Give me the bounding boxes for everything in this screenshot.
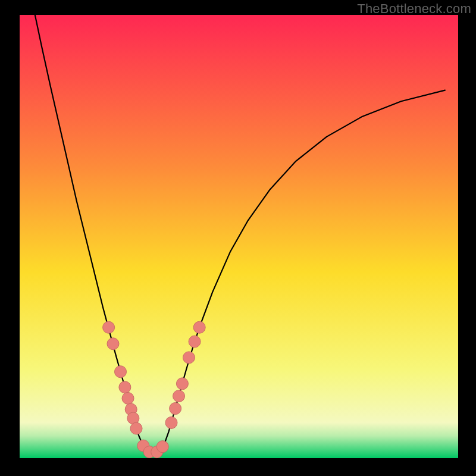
data-marker <box>183 352 195 364</box>
chart-svg <box>0 0 476 476</box>
watermark-text: TheBottleneck.com <box>357 1 471 17</box>
data-marker <box>115 366 127 378</box>
data-marker <box>189 336 201 347</box>
data-marker <box>107 338 119 350</box>
data-marker <box>165 416 177 428</box>
chart-stage: TheBottleneck.com <box>0 0 476 476</box>
data-marker <box>119 381 131 393</box>
data-marker <box>130 422 142 434</box>
data-marker <box>176 378 188 390</box>
data-marker <box>193 321 205 333</box>
data-marker <box>103 321 115 333</box>
data-marker <box>170 403 181 415</box>
data-marker <box>173 390 185 402</box>
data-marker <box>122 392 134 404</box>
data-marker <box>156 441 168 453</box>
